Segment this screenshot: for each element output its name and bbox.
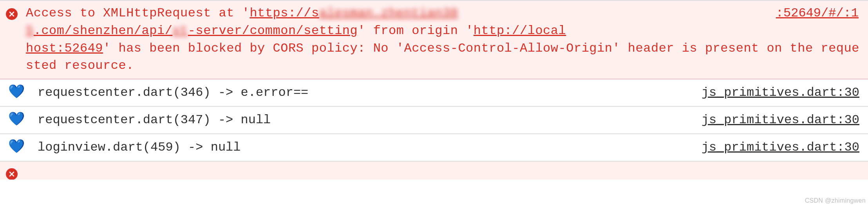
error-text-column: :52649/#/:1 Access to XMLHttpRequest at … xyxy=(24,5,860,75)
log-icon-wrap: 💙 xyxy=(5,138,28,157)
source-link[interactable]: js_primitives.dart:30 xyxy=(702,139,860,156)
log-icon-wrap: 💙 xyxy=(5,111,28,129)
error-text-pre: Access to XMLHttpRequest at ' xyxy=(26,6,250,20)
source-link[interactable]: js_primitives.dart:30 xyxy=(702,84,860,102)
log-message: requestcenter.dart(347) -> null xyxy=(34,111,696,129)
log-message: loginview.dart(459) -> null xyxy=(34,139,696,156)
console-error-row-peek[interactable] xyxy=(0,162,868,180)
error-icon xyxy=(6,168,18,180)
error-text-mid1: ' from origin ' xyxy=(358,23,474,38)
error-topright-link[interactable]: :52649/#/:1 xyxy=(776,5,859,22)
error-message: Access to XMLHttpRequest at 'https://sal… xyxy=(26,6,859,73)
watermark: CSDN @zhimingwen xyxy=(805,196,866,205)
error-text-post: ' has been blocked by CORS policy: No 'A… xyxy=(26,41,859,73)
source-link[interactable]: js_primitives.dart:30 xyxy=(702,111,860,129)
log-icon-wrap: 💙 xyxy=(5,83,28,102)
console-log-row[interactable]: 💙 requestcenter.dart(346) -> e.error== j… xyxy=(0,79,868,107)
console-error-row[interactable]: :52649/#/:1 Access to XMLHttpRequest at … xyxy=(0,0,868,79)
heart-icon: 💙 xyxy=(8,83,25,102)
console-log-row[interactable]: 💙 requestcenter.dart(347) -> null js_pri… xyxy=(0,107,868,134)
error-icon-wrap xyxy=(5,165,19,180)
blocked-url-part2[interactable]: 5.com/shenzhen/api/xt-server/common/sett… xyxy=(26,23,358,38)
heart-icon: 💙 xyxy=(8,111,25,129)
blocked-url-part1[interactable]: https://salesman.zhentian38 xyxy=(250,6,458,20)
error-icon xyxy=(6,8,18,20)
error-icon-wrap xyxy=(5,5,19,23)
heart-icon: 💙 xyxy=(8,138,25,157)
log-message: requestcenter.dart(346) -> e.error== xyxy=(34,84,696,102)
console-log-row[interactable]: 💙 loginview.dart(459) -> null js_primiti… xyxy=(0,134,868,162)
